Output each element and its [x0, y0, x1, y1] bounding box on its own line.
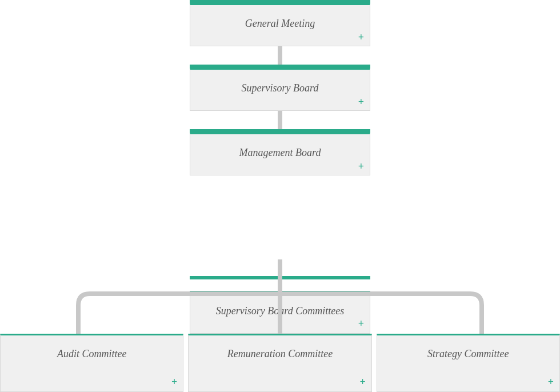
audit-committee-label: Audit Committee	[1, 335, 183, 376]
connector-1	[278, 46, 282, 65]
management-board-plus[interactable]: +	[358, 161, 364, 171]
general-meeting-plus[interactable]: +	[358, 32, 364, 42]
org-chart: General Meeting + Supervisory Board + Ma…	[0, 0, 560, 392]
leaf-gap-1	[183, 334, 188, 392]
supervisory-board-plus[interactable]: +	[358, 97, 364, 107]
management-board-node[interactable]: Management Board +	[190, 133, 370, 175]
remuneration-committee-plus[interactable]: +	[359, 376, 365, 388]
top-chain: General Meeting + Supervisory Board + Ma…	[0, 0, 560, 175]
supervisory-board-label: Supervisory Board	[190, 70, 370, 110]
management-board-label: Management Board	[190, 134, 370, 175]
remuneration-committee-label: Remuneration Committee	[189, 335, 371, 376]
branch-svg	[0, 259, 560, 334]
remuneration-committee-node[interactable]: Remuneration Committee +	[188, 334, 371, 392]
general-meeting-label: General Meeting	[190, 5, 370, 46]
supervisory-board-node[interactable]: Supervisory Board +	[190, 68, 370, 111]
strategy-committee-plus[interactable]: +	[548, 376, 554, 388]
general-meeting-node[interactable]: General Meeting +	[190, 3, 370, 46]
strategy-committee-label: Strategy Committee	[377, 335, 559, 376]
leaf-row: Audit Committee + Remuneration Committee…	[0, 334, 560, 392]
connector-2	[278, 111, 282, 129]
audit-committee-plus[interactable]: +	[171, 376, 177, 388]
leaf-gap-2	[372, 334, 377, 392]
strategy-committee-node[interactable]: Strategy Committee +	[377, 334, 560, 392]
audit-committee-node[interactable]: Audit Committee +	[0, 334, 183, 392]
